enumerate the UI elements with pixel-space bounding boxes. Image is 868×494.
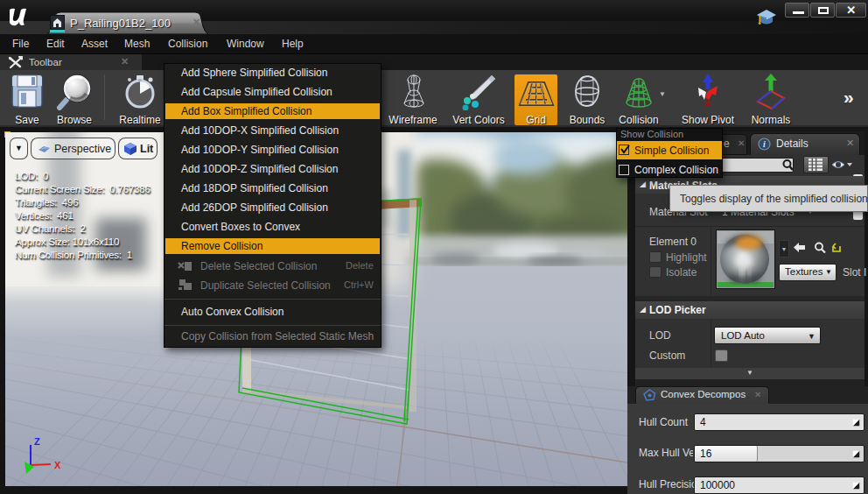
svg-text:X: X bbox=[54, 460, 61, 470]
svg-text:Z: Z bbox=[34, 436, 40, 447]
svg-text:i: i bbox=[763, 139, 766, 149]
